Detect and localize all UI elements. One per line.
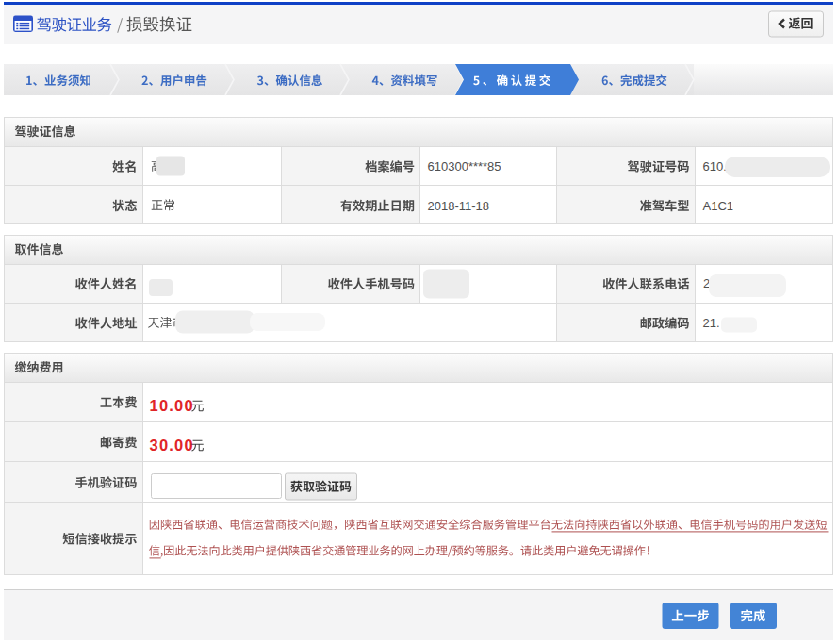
svg-text:30.00: 30.00 [150, 437, 194, 454]
svg-text:2018-11-18: 2018-11-18 [428, 199, 490, 213]
svg-text:10.00: 10.00 [150, 397, 194, 414]
svg-text:21.: 21. [703, 316, 720, 330]
svg-text:610300****85: 610300****85 [428, 159, 501, 173]
svg-text:A1C1: A1C1 [703, 199, 734, 213]
svg-text:610.: 610. [703, 159, 727, 173]
